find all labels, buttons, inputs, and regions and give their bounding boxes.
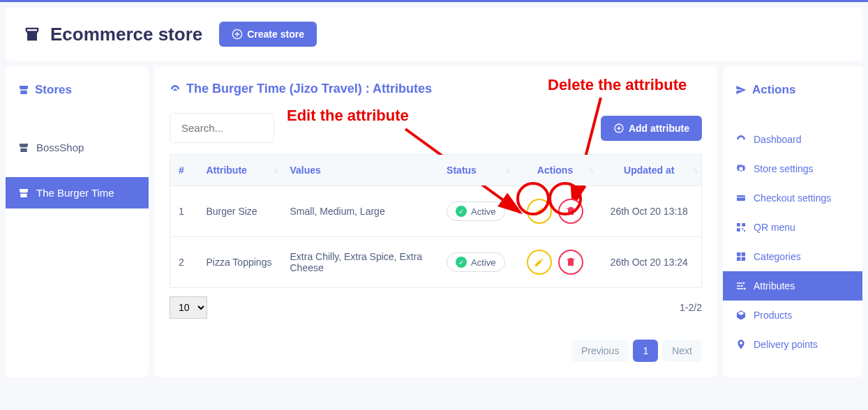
- action-attributes[interactable]: Attributes: [723, 271, 862, 301]
- cell-updated: 26th Oct 20 13:24: [597, 237, 702, 288]
- col-status[interactable]: Status↑↓: [438, 155, 513, 186]
- sidebar-item-bossshop[interactable]: BossShop: [6, 132, 149, 163]
- page-title: Ecommerce store: [22, 24, 202, 45]
- check-icon: ✓: [456, 257, 467, 268]
- svg-rect-6: [737, 223, 740, 227]
- sidebar-right-heading: Actions: [723, 79, 862, 111]
- sidebar-right: Actions Dashboard Store settings Checkou…: [723, 66, 862, 377]
- main-panel: The Burger Time (Jizo Travel) : Attribut…: [154, 66, 717, 377]
- svg-rect-12: [742, 252, 745, 256]
- edit-button[interactable]: [527, 250, 552, 275]
- cell-status: ✓Active: [438, 186, 513, 237]
- svg-rect-7: [742, 223, 745, 227]
- box-icon: [735, 310, 747, 321]
- header: Ecommerce store Create store: [6, 8, 862, 61]
- col-updated[interactable]: Updated at↑↓: [597, 155, 702, 186]
- action-categories[interactable]: Categories: [723, 242, 862, 271]
- pin-icon: [735, 339, 747, 350]
- svg-rect-8: [737, 228, 740, 231]
- page-title-text: Ecommerce store: [50, 24, 202, 45]
- store-icon: [18, 142, 29, 153]
- store-icon: [18, 188, 29, 199]
- attributes-table: # Attribute↑↓ Values Status↑↓ Actions↑↓ …: [170, 154, 702, 288]
- svg-point-17: [744, 288, 746, 290]
- cell-attr: Pizza Toppings: [198, 237, 282, 288]
- table-row: 1 Burger Size Small, Medium, Large ✓Acti…: [170, 186, 702, 237]
- action-products[interactable]: Products: [723, 301, 862, 330]
- col-actions: Actions↑↓: [514, 155, 597, 186]
- sidebar-item-label: The Burger Time: [36, 187, 114, 199]
- col-attribute[interactable]: Attribute↑↓: [198, 155, 282, 186]
- sidebar-left: Stores BossShop The Burger Time: [6, 66, 149, 377]
- cell-num: 2: [170, 237, 198, 288]
- main-title: The Burger Time (Jizo Travel) : Attribut…: [170, 82, 702, 96]
- svg-rect-14: [742, 257, 745, 261]
- gear-icon: [735, 163, 747, 174]
- grid-icon: [735, 251, 747, 262]
- delete-button[interactable]: [558, 250, 583, 275]
- cell-updated: 26th Oct 20 13:18: [597, 186, 702, 237]
- col-num[interactable]: #: [170, 155, 198, 186]
- cell-values: Extra Chilly, Extra Spice, Extra Cheese: [282, 237, 439, 288]
- edit-button[interactable]: [527, 199, 552, 224]
- sliders-icon: [735, 280, 747, 291]
- action-qr-menu[interactable]: QR menu: [723, 213, 862, 242]
- page-size-select[interactable]: 10: [170, 296, 207, 319]
- search-input[interactable]: [170, 113, 274, 143]
- cell-values: Small, Medium, Large: [282, 186, 439, 237]
- edit-icon: [534, 206, 545, 217]
- store-icon: [18, 84, 29, 96]
- svg-rect-11: [737, 252, 740, 256]
- action-dashboard[interactable]: Dashboard: [723, 125, 862, 154]
- cell-actions: [514, 186, 597, 237]
- svg-rect-5: [737, 197, 745, 198]
- svg-point-15: [743, 282, 745, 284]
- table-row: 2 Pizza Toppings Extra Chilly, Extra Spi…: [170, 237, 702, 288]
- check-icon: ✓: [456, 206, 467, 217]
- svg-point-16: [741, 285, 743, 287]
- page-1-button[interactable]: 1: [633, 340, 658, 362]
- action-delivery-points[interactable]: Delivery points: [723, 330, 862, 359]
- next-button[interactable]: Next: [662, 340, 702, 362]
- cell-status: ✓Active: [438, 237, 513, 288]
- action-store-settings[interactable]: Store settings: [723, 154, 862, 183]
- sidebar-left-heading: Stores: [6, 79, 149, 111]
- cell-attr: Burger Size: [198, 186, 282, 237]
- cell-actions: [514, 237, 597, 288]
- prev-button[interactable]: Previous: [571, 340, 629, 362]
- send-icon: [735, 84, 747, 96]
- qr-icon: [735, 222, 747, 233]
- svg-rect-10: [744, 230, 745, 231]
- cell-num: 1: [170, 186, 198, 237]
- plus-circle-icon: [232, 29, 243, 40]
- pagination: Previous 1 Next: [170, 340, 702, 362]
- plus-circle-icon: [613, 123, 624, 134]
- card-icon: [735, 192, 747, 204]
- trash-icon: [565, 257, 576, 268]
- delete-button[interactable]: [558, 199, 583, 224]
- create-store-button[interactable]: Create store: [219, 22, 317, 47]
- sidebar-item-burger-time[interactable]: The Burger Time: [6, 177, 149, 208]
- store-icon: [22, 24, 42, 44]
- action-checkout-settings[interactable]: Checkout settings: [723, 183, 862, 213]
- col-values[interactable]: Values: [282, 155, 439, 186]
- trash-icon: [565, 206, 576, 217]
- sidebar-item-label: BossShop: [36, 142, 84, 153]
- svg-rect-9: [742, 228, 743, 229]
- gauge-icon: [170, 84, 181, 95]
- gauge-icon: [735, 134, 747, 145]
- svg-rect-13: [737, 257, 740, 261]
- range-text: 1-2/2: [680, 302, 702, 313]
- edit-icon: [534, 257, 545, 268]
- add-attribute-button[interactable]: Add attribute: [601, 116, 702, 141]
